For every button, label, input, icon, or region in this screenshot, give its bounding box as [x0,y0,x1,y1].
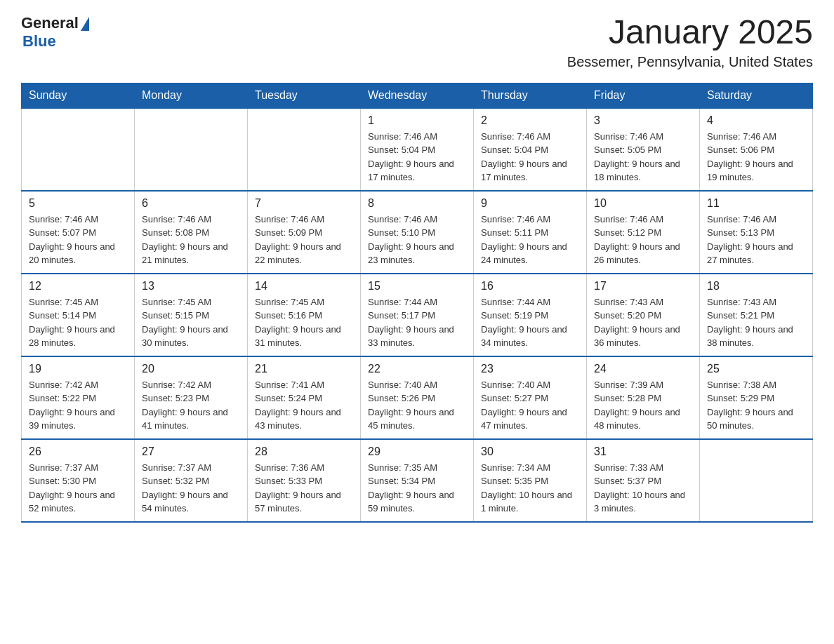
day-cell: 2Sunrise: 7:46 AMSunset: 5:04 PMDaylight… [474,108,587,191]
day-info: Sunrise: 7:46 AMSunset: 5:06 PMDaylight:… [707,130,805,185]
header: General Blue January 2025 Bessemer, Penn… [21,14,813,70]
title-area: January 2025 Bessemer, Pennsylvania, Uni… [567,14,813,70]
day-number: 22 [368,363,466,375]
day-cell: 18Sunrise: 7:43 AMSunset: 5:21 PMDayligh… [700,274,813,356]
day-info: Sunrise: 7:38 AMSunset: 5:29 PMDaylight:… [707,378,805,433]
day-number: 21 [255,363,353,375]
location-title: Bessemer, Pennsylvania, United States [567,54,813,70]
day-number: 14 [255,280,353,293]
day-info: Sunrise: 7:44 AMSunset: 5:19 PMDaylight:… [481,295,579,350]
day-number: 17 [594,280,692,293]
day-number: 3 [594,114,692,127]
day-cell: 28Sunrise: 7:36 AMSunset: 5:33 PMDayligh… [248,439,361,522]
day-cell [700,439,813,522]
day-number: 19 [29,363,127,375]
month-title: January 2025 [567,14,813,51]
day-info: Sunrise: 7:41 AMSunset: 5:24 PMDaylight:… [255,378,353,433]
day-info: Sunrise: 7:40 AMSunset: 5:27 PMDaylight:… [481,378,579,433]
day-cell: 14Sunrise: 7:45 AMSunset: 5:16 PMDayligh… [248,274,361,356]
day-cell [135,108,248,191]
day-number: 24 [594,363,692,375]
day-cell: 9Sunrise: 7:46 AMSunset: 5:11 PMDaylight… [474,191,587,274]
header-cell-friday: Friday [587,83,700,108]
logo: General Blue [21,14,89,51]
day-cell: 13Sunrise: 7:45 AMSunset: 5:15 PMDayligh… [135,274,248,356]
day-cell: 1Sunrise: 7:46 AMSunset: 5:04 PMDaylight… [361,108,474,191]
day-cell: 19Sunrise: 7:42 AMSunset: 5:22 PMDayligh… [22,356,135,439]
header-cell-monday: Monday [135,83,248,108]
day-number: 18 [707,280,805,293]
day-info: Sunrise: 7:45 AMSunset: 5:16 PMDaylight:… [255,295,353,350]
day-info: Sunrise: 7:44 AMSunset: 5:17 PMDaylight:… [368,295,466,350]
day-cell: 15Sunrise: 7:44 AMSunset: 5:17 PMDayligh… [361,274,474,356]
day-number: 29 [368,445,466,458]
day-number: 5 [29,197,127,210]
day-info: Sunrise: 7:46 AMSunset: 5:10 PMDaylight:… [368,213,466,267]
week-row-3: 12Sunrise: 7:45 AMSunset: 5:14 PMDayligh… [22,274,813,356]
day-info: Sunrise: 7:45 AMSunset: 5:15 PMDaylight:… [142,295,240,350]
header-cell-tuesday: Tuesday [248,83,361,108]
day-cell: 24Sunrise: 7:39 AMSunset: 5:28 PMDayligh… [587,356,700,439]
header-cell-wednesday: Wednesday [361,83,474,108]
day-info: Sunrise: 7:45 AMSunset: 5:14 PMDaylight:… [29,295,127,350]
day-info: Sunrise: 7:46 AMSunset: 5:11 PMDaylight:… [481,213,579,267]
day-number: 30 [481,445,579,458]
day-cell: 20Sunrise: 7:42 AMSunset: 5:23 PMDayligh… [135,356,248,439]
day-info: Sunrise: 7:39 AMSunset: 5:28 PMDaylight:… [594,378,692,433]
day-number: 6 [142,197,240,210]
day-cell: 23Sunrise: 7:40 AMSunset: 5:27 PMDayligh… [474,356,587,439]
day-number: 8 [368,197,466,210]
day-cell: 12Sunrise: 7:45 AMSunset: 5:14 PMDayligh… [22,274,135,356]
day-number: 11 [707,197,805,210]
day-info: Sunrise: 7:33 AMSunset: 5:37 PMDaylight:… [594,461,692,516]
day-cell [248,108,361,191]
day-info: Sunrise: 7:46 AMSunset: 5:13 PMDaylight:… [707,213,805,267]
day-info: Sunrise: 7:46 AMSunset: 5:12 PMDaylight:… [594,213,692,267]
day-cell: 7Sunrise: 7:46 AMSunset: 5:09 PMDaylight… [248,191,361,274]
header-cell-sunday: Sunday [22,83,135,108]
day-cell: 30Sunrise: 7:34 AMSunset: 5:35 PMDayligh… [474,439,587,522]
day-info: Sunrise: 7:43 AMSunset: 5:21 PMDaylight:… [707,295,805,350]
day-cell: 11Sunrise: 7:46 AMSunset: 5:13 PMDayligh… [700,191,813,274]
day-cell: 26Sunrise: 7:37 AMSunset: 5:30 PMDayligh… [22,439,135,522]
day-number: 9 [481,197,579,210]
logo-general-text: General [21,14,79,32]
day-info: Sunrise: 7:46 AMSunset: 5:04 PMDaylight:… [481,130,579,185]
day-info: Sunrise: 7:40 AMSunset: 5:26 PMDaylight:… [368,378,466,433]
week-row-4: 19Sunrise: 7:42 AMSunset: 5:22 PMDayligh… [22,356,813,439]
header-cell-saturday: Saturday [700,83,813,108]
day-info: Sunrise: 7:34 AMSunset: 5:35 PMDaylight:… [481,461,579,516]
day-number: 7 [255,197,353,210]
day-number: 25 [707,363,805,375]
header-row: SundayMondayTuesdayWednesdayThursdayFrid… [22,83,813,108]
day-number: 20 [142,363,240,375]
logo-triangle-icon [81,17,89,31]
day-number: 23 [481,363,579,375]
day-cell: 22Sunrise: 7:40 AMSunset: 5:26 PMDayligh… [361,356,474,439]
day-cell [22,108,135,191]
day-info: Sunrise: 7:46 AMSunset: 5:07 PMDaylight:… [29,213,127,267]
day-number: 26 [29,445,127,458]
week-row-5: 26Sunrise: 7:37 AMSunset: 5:30 PMDayligh… [22,439,813,522]
day-number: 31 [594,445,692,458]
day-number: 27 [142,445,240,458]
day-cell: 27Sunrise: 7:37 AMSunset: 5:32 PMDayligh… [135,439,248,522]
day-number: 28 [255,445,353,458]
week-row-1: 1Sunrise: 7:46 AMSunset: 5:04 PMDaylight… [22,108,813,191]
day-info: Sunrise: 7:36 AMSunset: 5:33 PMDaylight:… [255,461,353,516]
day-info: Sunrise: 7:37 AMSunset: 5:30 PMDaylight:… [29,461,127,516]
day-cell: 6Sunrise: 7:46 AMSunset: 5:08 PMDaylight… [135,191,248,274]
day-number: 13 [142,280,240,293]
day-number: 4 [707,114,805,127]
day-cell: 17Sunrise: 7:43 AMSunset: 5:20 PMDayligh… [587,274,700,356]
day-info: Sunrise: 7:37 AMSunset: 5:32 PMDaylight:… [142,461,240,516]
header-cell-thursday: Thursday [474,83,587,108]
day-number: 2 [481,114,579,127]
day-info: Sunrise: 7:46 AMSunset: 5:04 PMDaylight:… [368,130,466,185]
day-number: 16 [481,280,579,293]
day-info: Sunrise: 7:42 AMSunset: 5:22 PMDaylight:… [29,378,127,433]
day-number: 1 [368,114,466,127]
calendar-table: SundayMondayTuesdayWednesdayThursdayFrid… [21,83,813,523]
day-number: 12 [29,280,127,293]
day-cell: 5Sunrise: 7:46 AMSunset: 5:07 PMDaylight… [22,191,135,274]
